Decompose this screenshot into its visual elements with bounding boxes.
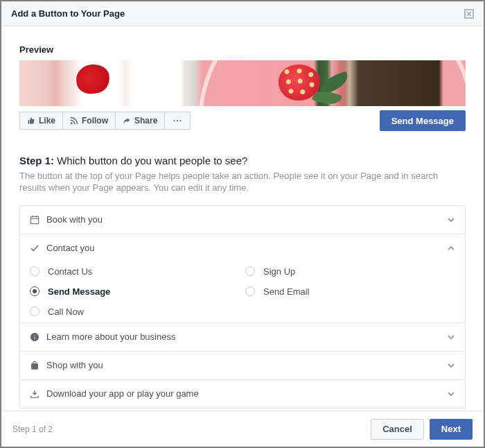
category-header-shop[interactable]: Shop with you [20, 352, 465, 379]
category-label: Book with you [46, 214, 103, 225]
bag-icon [30, 361, 39, 370]
check-icon [30, 243, 39, 253]
contact-options: Contact Us Sign Up Send Message Sen [20, 262, 465, 322]
step-question: Which button do you want people to see? [54, 155, 247, 166]
cta-preview-label: Send Message [391, 116, 454, 126]
category-label: Learn more about your business [46, 331, 175, 342]
share-button[interactable]: Share [116, 112, 165, 130]
category-label: Contact you [46, 243, 94, 253]
category-learn: Learn more about your business [20, 322, 465, 351]
step-description: The button at the top of your Page helps… [19, 171, 466, 194]
chevron-down-icon [447, 333, 455, 341]
share-label: Share [134, 116, 157, 126]
option-label: Send Message [48, 286, 110, 297]
category-header-download[interactable]: Download your app or play your game [20, 380, 465, 408]
category-label: Shop with you [46, 360, 103, 370]
rss-icon [70, 117, 78, 125]
cancel-label: Cancel [382, 424, 412, 434]
svg-point-2 [174, 120, 175, 121]
svg-point-3 [177, 120, 178, 121]
category-download: Download your app or play your game [20, 379, 465, 408]
category-header-book[interactable]: Book with you [20, 206, 465, 234]
like-button[interactable]: Like [19, 112, 63, 130]
modal-footer: Step 1 of 2 Cancel Next [1, 411, 484, 447]
preview-action-bar: Like Follow Share Send Message [19, 110, 466, 131]
radio-icon [245, 286, 255, 296]
modal-header: Add a Button to Your Page [1, 1, 484, 26]
more-button[interactable] [165, 112, 191, 130]
category-shop: Shop with you [20, 351, 465, 379]
category-contact: Contact you Contact Us Sign Up [20, 234, 465, 322]
option-label: Sign Up [263, 266, 295, 277]
share-icon [123, 117, 131, 125]
chevron-down-icon [447, 216, 455, 224]
next-button[interactable]: Next [430, 419, 473, 440]
svg-point-1 [71, 122, 73, 124]
page-action-buttons: Like Follow Share [19, 112, 191, 130]
step-prefix: Step 1: [19, 155, 54, 166]
modal-body: Preview Like Follow Share [1, 26, 484, 411]
svg-point-4 [180, 120, 182, 121]
category-label: Download your app or play your game [46, 388, 199, 399]
option-send-email[interactable]: Send Email [245, 286, 455, 297]
option-label: Contact Us [48, 266, 92, 277]
radio-icon [30, 286, 39, 296]
next-label: Next [441, 424, 461, 434]
option-send-message[interactable]: Send Message [30, 286, 240, 297]
radio-icon [30, 266, 39, 276]
svg-rect-5 [30, 216, 38, 224]
preview-heading: Preview [19, 44, 466, 55]
option-label: Call Now [48, 307, 84, 317]
category-accordion: Book with you Contact you [19, 205, 466, 408]
step-heading: Step 1: Which button do you want people … [19, 155, 466, 166]
step-indicator: Step 1 of 2 [12, 424, 53, 434]
download-icon [30, 389, 39, 399]
category-book: Book with you [20, 206, 465, 234]
chevron-down-icon [447, 390, 455, 398]
category-header-contact[interactable]: Contact you [20, 234, 465, 262]
modal: Add a Button to Your Page Preview Like F… [1, 1, 484, 447]
svg-point-8 [34, 334, 35, 336]
like-label: Like [39, 116, 55, 126]
cta-preview-button[interactable]: Send Message [380, 110, 466, 131]
option-contact-us[interactable]: Contact Us [30, 266, 240, 277]
calendar-icon [30, 215, 39, 225]
category-header-learn[interactable]: Learn more about your business [20, 323, 465, 351]
close-icon[interactable] [464, 9, 474, 19]
ellipsis-icon [173, 117, 182, 125]
chevron-up-icon [447, 244, 455, 252]
cover-image [19, 60, 466, 106]
svg-rect-7 [34, 336, 35, 339]
thumbs-up-icon [27, 117, 35, 125]
option-call-now[interactable]: Call Now [30, 307, 240, 317]
info-icon [30, 332, 39, 342]
follow-button[interactable]: Follow [63, 112, 116, 130]
chevron-down-icon [447, 361, 455, 370]
modal-title: Add a Button to Your Page [11, 8, 125, 19]
cancel-button[interactable]: Cancel [371, 419, 424, 440]
option-label: Send Email [263, 286, 309, 297]
option-sign-up[interactable]: Sign Up [245, 266, 455, 277]
follow-label: Follow [82, 116, 108, 126]
radio-icon [245, 266, 255, 276]
radio-icon [30, 307, 39, 316]
